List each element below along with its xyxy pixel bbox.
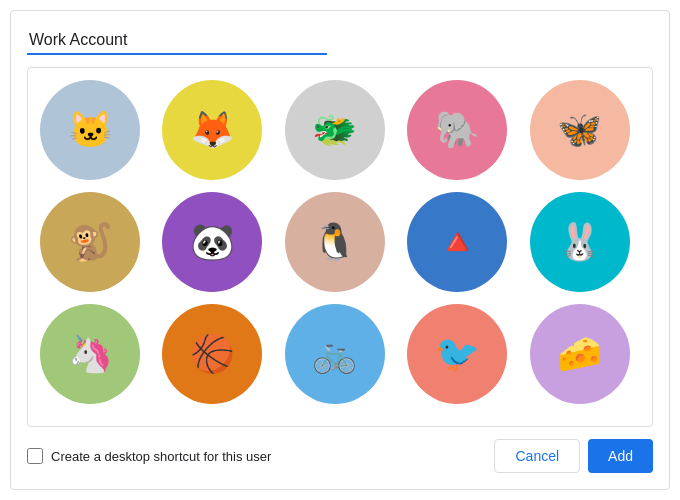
action-buttons: Cancel Add (494, 439, 653, 473)
avatar-origami-unicorn[interactable]: 🦄 (40, 304, 140, 404)
avatar-origami-rabbit[interactable]: 🐰 (530, 192, 630, 292)
avatar-origami-dragon[interactable]: 🐲 (285, 80, 385, 180)
avatar-grid: 🐱🦊🐲🐘🦋🐒🐼🐧🔺🐰🦄🏀🚲🐦🧀 (40, 80, 640, 404)
avatar-origami-cat[interactable]: 🐱 (40, 80, 140, 180)
profile-name-input[interactable] (27, 27, 327, 55)
avatar-origami-bird-blue[interactable]: 🔺 (407, 192, 507, 292)
avatar-origami-redbird[interactable]: 🐦 (407, 304, 507, 404)
avatar-origami-panda[interactable]: 🐼 (162, 192, 262, 292)
avatar-origami-elephant[interactable]: 🐘 (407, 80, 507, 180)
avatar-basketball[interactable]: 🏀 (162, 304, 262, 404)
input-wrapper (27, 27, 653, 55)
avatar-origami-fox[interactable]: 🦊 (162, 80, 262, 180)
avatar-origami-origami2[interactable]: 🦋 (530, 80, 630, 180)
avatar-origami-penguin[interactable]: 🐧 (285, 192, 385, 292)
avatar-scroll-container: 🐱🦊🐲🐘🦋🐒🐼🐧🔺🐰🦄🏀🚲🐦🧀 (27, 67, 653, 427)
add-button[interactable]: Add (588, 439, 653, 473)
cancel-button[interactable]: Cancel (494, 439, 580, 473)
avatar-cheese[interactable]: 🧀 (530, 304, 630, 404)
desktop-shortcut-checkbox[interactable] (27, 448, 43, 464)
profile-dialog: 🐱🦊🐲🐘🦋🐒🐼🐧🔺🐰🦄🏀🚲🐦🧀 Create a desktop shortcu… (10, 10, 670, 490)
avatar-origami-monkey[interactable]: 🐒 (40, 192, 140, 292)
avatar-bicycle[interactable]: 🚲 (285, 304, 385, 404)
avatar-grid-wrapper[interactable]: 🐱🦊🐲🐘🦋🐒🐼🐧🔺🐰🦄🏀🚲🐦🧀 (28, 68, 652, 426)
dialog-footer: Create a desktop shortcut for this user … (27, 439, 653, 473)
desktop-shortcut-text: Create a desktop shortcut for this user (51, 449, 271, 464)
desktop-shortcut-label[interactable]: Create a desktop shortcut for this user (27, 448, 271, 464)
